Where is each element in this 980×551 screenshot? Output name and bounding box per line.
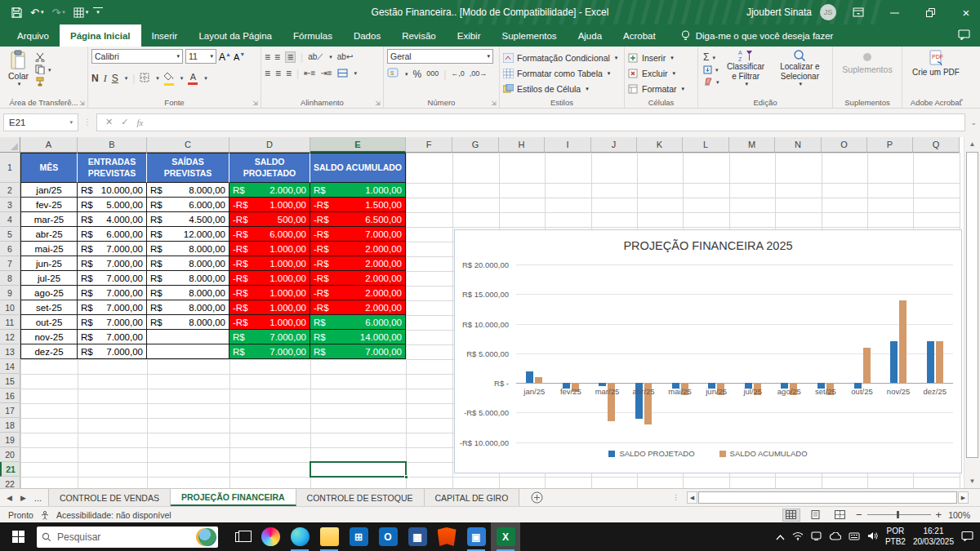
save-icon[interactable] [8, 6, 25, 20]
tab-p-gina-inicial[interactable]: Página Inicial [60, 24, 141, 47]
number-format-select[interactable]: Geral▾ [387, 49, 493, 64]
normal-view-icon[interactable] [782, 509, 800, 522]
cell-entradas-jun-25[interactable]: R$7.000,00 [78, 256, 147, 271]
cell-saldo-acumulado-set-25[interactable]: -R$2.000,00 [310, 300, 406, 315]
format-painter-icon[interactable] [35, 77, 51, 87]
clear-icon[interactable]: ▾ [703, 78, 719, 86]
bold-button[interactable]: N [91, 73, 99, 84]
row-header-21[interactable]: 21 [0, 462, 20, 477]
cell-saldo-projetado-nov-25[interactable]: R$7.000,00 [229, 330, 310, 344]
scroll-up-icon[interactable]: ▲ [966, 138, 978, 150]
cell-entradas-mai-25[interactable]: R$7.000,00 [78, 242, 147, 256]
cell-mes-jan/25[interactable]: jan/25 [20, 183, 78, 198]
keyboard-icon[interactable] [849, 531, 860, 543]
search-highlight-icon[interactable] [198, 528, 216, 546]
page-layout-view-icon[interactable] [807, 509, 825, 522]
row-header-14[interactable]: 14 [0, 359, 20, 374]
font-size-select[interactable]: 11▾ [185, 49, 216, 64]
sheet-next-icon[interactable]: ▶ [20, 494, 26, 502]
column-header-E[interactable]: E [310, 137, 406, 153]
cell-saldo-acumulado-nov-25[interactable]: R$14.000,00 [310, 330, 406, 344]
tab-layout-da-p-gina[interactable]: Layout da Página [188, 24, 283, 47]
taskbar-app-calculator[interactable]: ▦ [403, 522, 432, 551]
cell-saldo-projetado-out-25[interactable]: -R$1.000,00 [229, 315, 310, 330]
tab-inserir[interactable]: Inserir [141, 24, 189, 47]
cell-entradas-ago-25[interactable]: R$7.000,00 [78, 286, 147, 300]
chart-projecao-financeira[interactable]: PROJEÇÃO FINANCEIRA 2025R$ 20.000,00R$ 1… [454, 229, 962, 473]
column-header-I[interactable]: I [545, 137, 591, 153]
cell-saldo-projetado-jan/25[interactable]: R$2.000,00 [229, 183, 310, 198]
table-header-0[interactable]: MÊS [20, 153, 78, 183]
minimize-button[interactable] [880, 0, 908, 24]
page-break-view-icon[interactable] [831, 509, 849, 522]
cell-saldo-projetado-dez-25[interactable]: R$7.000,00 [229, 344, 310, 359]
shrink-font-icon[interactable]: A▼ [234, 51, 245, 62]
conditional-formatting-button[interactable]: Formatação Condicional▾ [503, 51, 621, 64]
cell-mes-set-25[interactable]: set-25 [20, 300, 78, 315]
scroll-right-icon[interactable]: ▶ [958, 491, 969, 504]
collapse-ribbon-icon[interactable]: ⌃ [958, 98, 964, 106]
enter-icon[interactable]: ✓ [121, 117, 128, 127]
cell-saldo-projetado-fev-25[interactable]: -R$1.000,00 [229, 198, 310, 212]
cell-mes-mar-25[interactable]: mar-25 [20, 212, 78, 227]
align-middle-icon[interactable]: ≡ [274, 52, 280, 62]
delete-cells-button[interactable]: Excluir▾ [628, 66, 694, 80]
sheet-tab-proje-o-financeira[interactable]: PROJEÇÃO FINANCEIRA [171, 489, 296, 506]
ribbon-display-options-icon[interactable] [844, 0, 872, 24]
row-header-7[interactable]: 7 [0, 256, 20, 271]
cell-entradas-mar-25[interactable]: R$4.000,00 [78, 212, 147, 227]
decrease-decimal-icon[interactable]: ,00→ [470, 70, 488, 78]
font-color-icon[interactable]: A [188, 73, 198, 85]
font-name-select[interactable]: Calibri▾ [91, 49, 183, 64]
row-header-16[interactable]: 16 [0, 389, 20, 403]
increase-decimal-icon[interactable]: ←,0 [451, 70, 465, 78]
redo-icon[interactable]: ↷▾ [48, 5, 68, 20]
tab-arquivo[interactable]: Arquivo [7, 24, 60, 47]
paste-button[interactable]: Colar▾ [3, 49, 33, 88]
row-header-17[interactable]: 17 [0, 403, 20, 418]
cell-mes-fev-25[interactable]: fev-25 [20, 198, 78, 212]
column-header-G[interactable]: G [452, 137, 499, 153]
fill-icon[interactable]: ▾ [703, 65, 719, 74]
tab-dados[interactable]: Dados [343, 24, 391, 47]
row-header-15[interactable]: 15 [0, 374, 20, 389]
row-header-6[interactable]: 6 [0, 242, 20, 256]
cell-mes-jul-25[interactable]: jul-25 [20, 271, 78, 286]
accessibility-status[interactable]: Acessibilidade: não disponível [56, 510, 172, 520]
column-header-B[interactable]: B [78, 137, 147, 153]
column-header-O[interactable]: O [822, 137, 867, 153]
tab-suplementos[interactable]: Suplementos [492, 24, 568, 47]
cell-saldo-acumulado-fev-25[interactable]: -R$1.500,00 [310, 198, 406, 212]
table-header-2[interactable]: SAÍDASPREVISTAS [147, 153, 229, 183]
table-header-4[interactable]: SALDO ACUMULADO [310, 153, 406, 183]
user-name[interactable]: Jjoubert Sinata [746, 7, 812, 18]
cancel-icon[interactable]: ✕ [105, 117, 113, 127]
cell-saldo-acumulado-mar-25[interactable]: -R$6.500,00 [310, 212, 406, 227]
fill-color-icon[interactable] [164, 71, 174, 86]
cell-entradas-jan/25[interactable]: R$10.000,00 [78, 183, 147, 198]
align-top-icon[interactable]: ≡ [265, 52, 270, 62]
create-pdf-button[interactable]: PDF Crie um PDF [907, 49, 964, 78]
cast-icon[interactable] [811, 531, 822, 543]
taskbar-app-display-settings[interactable]: ▣ [461, 522, 491, 551]
cell-entradas-abr-25[interactable]: R$6.000,00 [78, 227, 147, 242]
cell-saldo-projetado-mar-25[interactable]: -R$500,00 [229, 212, 310, 227]
cell-saldo-projetado-set-25[interactable]: -R$1.000,00 [229, 300, 310, 315]
sheet-tab-controle-de-estoque[interactable]: CONTROLE DE ESTOQUE [296, 489, 425, 506]
sheet-tab-capital-de-giro[interactable]: CAPITAL DE GIRO [425, 489, 520, 506]
row-header-1[interactable]: 1 [0, 153, 20, 183]
cell-saidas-nov-25[interactable] [147, 330, 229, 344]
row-header-2[interactable]: 2 [0, 183, 20, 198]
row-header-8[interactable]: 8 [0, 271, 20, 286]
cell-saldo-projetado-jul-25[interactable]: -R$1.000,00 [229, 271, 310, 286]
orientation-icon[interactable]: ab⟋ [308, 53, 323, 61]
column-header-D[interactable]: D [229, 137, 310, 153]
cell-saldo-projetado-ago-25[interactable]: -R$1.000,00 [229, 286, 310, 300]
align-left-icon[interactable]: ≡ [265, 69, 270, 78]
cell-saidas-fev-25[interactable]: R$6.000,00 [147, 198, 229, 212]
notification-center-icon[interactable] [961, 531, 973, 544]
sheet-overflow[interactable]: ... [34, 493, 42, 503]
customize-qat-icon[interactable]: ▾ [93, 7, 103, 17]
cell-saidas-set-25[interactable]: R$8.000,00 [147, 300, 229, 315]
scroll-down-icon[interactable]: ▼ [966, 475, 978, 487]
